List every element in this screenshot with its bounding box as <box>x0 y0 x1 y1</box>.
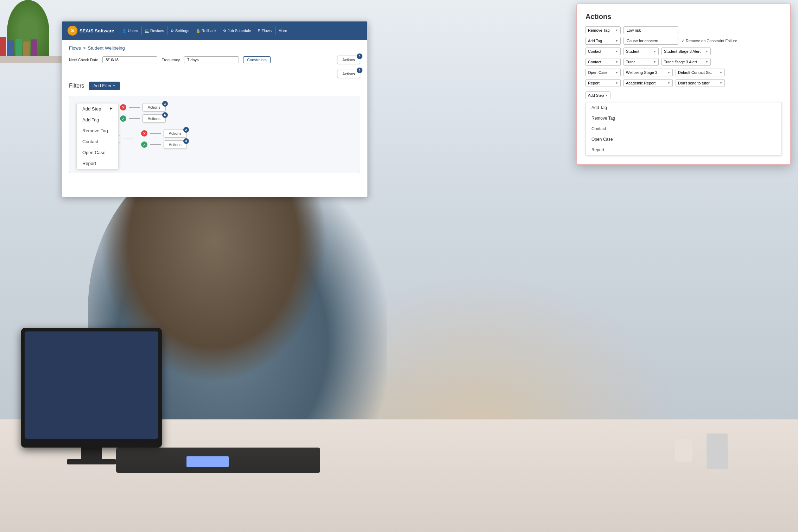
nav-jobschedule[interactable]: ⚙ Job Schedule <box>220 26 254 35</box>
option-add-tag[interactable]: Add Tag <box>586 102 781 113</box>
nav-more[interactable]: More <box>275 26 290 35</box>
action-select-student[interactable]: Student ▼ <box>623 48 659 55</box>
circle-x-1: ✕ <box>120 104 126 110</box>
add-step-dropdown: Add Step ▶ Add Tag Remove Tag Contact Op… <box>76 103 119 169</box>
flow-controls: Next Check Date Frequency Constraints 3 … <box>69 56 360 64</box>
breadcrumb: Flows > Student Wellbeing <box>69 45 360 51</box>
flows-icon: P <box>258 29 260 33</box>
breadcrumb-parent[interactable]: Flows <box>69 45 81 51</box>
report-caret: ▼ <box>615 82 618 85</box>
action-select-tutor[interactable]: Tutor ▼ <box>623 58 659 66</box>
contact-1-caret: ▼ <box>615 50 618 53</box>
tutor-label: Tutor <box>626 60 635 64</box>
actions-node-1x-wrapper: 3 Actions <box>142 103 166 112</box>
action-select-tutee-stage3[interactable]: Tutee Stage 3 Alert ▼ <box>661 58 711 66</box>
option-report[interactable]: Report <box>586 145 781 155</box>
main-actions-panel: Actions Remove Tag ▼ Add Tag ▼ ✓ Remove … <box>576 4 791 165</box>
option-remove-tag[interactable]: Remove Tag <box>586 113 781 124</box>
action-row-6: Report ▼ Academic Report ▼ Don't send to… <box>585 79 782 87</box>
breadcrumb-separator: > <box>83 45 86 51</box>
nav-flows[interactable]: P Flows <box>255 26 274 35</box>
dropdown-add-step[interactable]: Add Step ▶ <box>77 103 118 114</box>
action-select-add-tag[interactable]: Add Tag ▼ <box>585 37 621 45</box>
action-select-default-contact[interactable]: Default Contact Gr.. ▼ <box>676 69 725 76</box>
constraints-button[interactable]: Constraints <box>243 56 271 63</box>
devices-icon: 💻 <box>145 29 149 33</box>
action-select-contact-1[interactable]: Contact ▼ <box>585 48 621 55</box>
add-step-caret: ▼ <box>605 94 608 97</box>
actions-node-2check-wrapper: 3 Actions <box>164 140 187 149</box>
contact-1-label: Contact <box>588 49 601 53</box>
jobschedule-icon: ⚙ <box>223 29 226 33</box>
student-stage3-caret: ▼ <box>705 50 708 53</box>
monitor-screen <box>25 331 158 439</box>
conn-2x <box>150 133 161 134</box>
checkmark-icon: ✓ <box>681 39 684 43</box>
dropdown-open-case[interactable]: Open Case <box>77 147 118 158</box>
badge-3: 3 <box>357 53 362 59</box>
action-select-open-case[interactable]: Open Case ▼ <box>585 69 621 76</box>
action-select-wellbeing-stage3[interactable]: Wellbeing Stage 3 ▼ <box>623 69 673 76</box>
add-step-label: Add Step <box>588 93 604 97</box>
next-check-input[interactable] <box>102 56 157 63</box>
report-label: Report <box>588 81 600 85</box>
default-contact-label: Default Contact Gr.. <box>678 70 712 75</box>
cause-concern-field[interactable] <box>623 37 678 45</box>
remove-constraint-label: Remove on Constraint Failure <box>686 39 737 43</box>
action-row-5: Open Case ▼ Wellbeing Stage 3 ▼ Default … <box>585 69 782 76</box>
circle-check-2: ✓ <box>141 141 147 148</box>
badge-1x: 3 <box>162 101 168 107</box>
notepad <box>186 456 229 467</box>
add-step-caret: ▶ <box>110 106 113 110</box>
nav-settings[interactable]: ⚙ Settings <box>167 26 192 35</box>
filters-section: Filters Add Filter + <box>69 82 360 90</box>
nav-users[interactable]: 👤 Users <box>119 26 141 35</box>
dropdown-remove-tag[interactable]: Remove Tag <box>77 125 118 136</box>
action-select-dont-send-tutor[interactable]: Don't send to tutor ▼ <box>676 79 725 87</box>
tutor-caret: ▼ <box>653 61 656 64</box>
actions-upper-right-wrapper: 6 Actions <box>337 70 360 78</box>
nav-flows-label: Flows <box>261 28 272 33</box>
nav-jobschedule-label: Job Schedule <box>228 28 251 33</box>
wellbeing-stage3-caret: ▼ <box>667 71 670 74</box>
dropdown-contact[interactable]: Contact <box>77 136 118 147</box>
frequency-input[interactable] <box>184 56 239 63</box>
dropdown-report[interactable]: Report <box>77 158 118 169</box>
conn-1x <box>129 107 140 108</box>
contact-2-caret: ▼ <box>615 61 618 64</box>
add-tag-caret: ▼ <box>615 39 618 43</box>
wellbeing-stage3-label: Wellbeing Stage 3 <box>626 70 657 75</box>
open-case-caret: ▼ <box>615 71 618 74</box>
dont-send-tutor-caret: ▼ <box>720 82 722 85</box>
connector-2 <box>124 139 134 139</box>
add-filter-button[interactable]: Add Filter + <box>89 82 120 90</box>
remove-tag-caret: ▼ <box>615 29 618 32</box>
nav-logo[interactable]: S SEAtS Software <box>65 26 117 36</box>
add-tag-label: Add Tag <box>588 39 602 43</box>
add-step-select[interactable]: Add Step ▼ <box>585 91 610 99</box>
action-select-student-stage3[interactable]: Student Stage 3 Alert ▼ <box>661 48 711 55</box>
action-select-contact-2[interactable]: Contact ▼ <box>585 58 621 66</box>
dropdown-add-tag[interactable]: Add Tag <box>77 114 118 125</box>
badge-1check: 6 <box>162 112 168 118</box>
action-select-remove-tag[interactable]: Remove Tag ▼ <box>585 26 621 34</box>
remove-constraint-checkbox-item[interactable]: ✓ Remove on Constraint Failure <box>681 39 737 43</box>
monitor-display <box>21 328 162 448</box>
nav-devices[interactable]: 💻 Devices <box>141 26 167 35</box>
low-risk-field[interactable] <box>623 26 678 34</box>
academic-report-label: Academic Report <box>626 81 656 85</box>
nav-rollback-label: Rollback <box>202 28 216 33</box>
branch-row-1x: ✕ 3 Actions <box>120 103 166 112</box>
action-row-4: Contact ▼ Tutor ▼ Tutee Stage 3 Alert ▼ <box>585 58 782 66</box>
panel-divider <box>585 90 782 90</box>
action-row-3: Contact ▼ Student ▼ Student Stage 3 Aler… <box>585 48 782 55</box>
action-select-report[interactable]: Report ▼ <box>585 79 621 87</box>
nav-more-label: More <box>278 28 287 33</box>
option-contact[interactable]: Contact <box>586 124 781 134</box>
action-select-academic-report[interactable]: Academic Report ▼ <box>623 79 673 87</box>
option-open-case[interactable]: Open Case <box>586 134 781 145</box>
tutee-stage3-caret: ▼ <box>705 61 708 64</box>
nav-rollback[interactable]: 🔒 Rollback <box>193 26 219 35</box>
filter2-branches: ✕ 2 Actions ✓ 3 Actions <box>141 129 187 149</box>
breadcrumb-current[interactable]: Student Wellbeing <box>88 45 125 51</box>
